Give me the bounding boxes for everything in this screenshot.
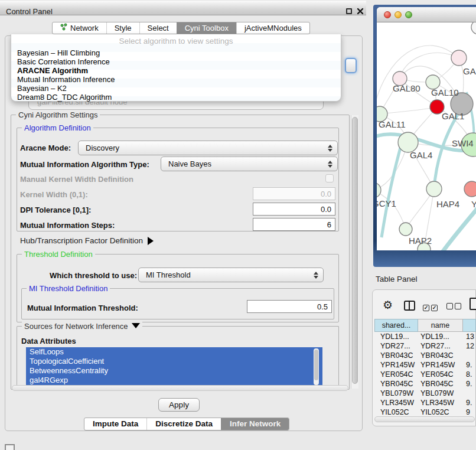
minimize-window-icon[interactable] <box>395 11 402 18</box>
algorithm-option[interactable]: Dream8 DC_TDC Algorithm <box>17 93 336 102</box>
node-gcy1 <box>377 182 381 198</box>
algorithm-option[interactable]: Mutual Information Inference <box>17 75 336 84</box>
tab-jactivemnodules-label: jActiveMNodules <box>244 22 302 34</box>
attribute-item-selected[interactable]: TopologicalCoefficient <box>26 357 322 366</box>
algorithm-combo-stepper[interactable] <box>345 58 357 73</box>
tab-select[interactable]: Select <box>139 22 177 34</box>
checked-box-icon: ✓ <box>423 305 429 311</box>
table-row[interactable]: YIL052CYIL052C9 <box>374 407 476 415</box>
table-horizontal-scrollbar[interactable] <box>374 416 475 422</box>
algorithm-definition-title: Algorithm Definition <box>22 123 93 132</box>
algorithm-option-selected[interactable]: ARACNE Algorithm <box>17 66 336 75</box>
cell: 13 <box>463 332 476 341</box>
zoom-window-icon[interactable] <box>405 11 412 18</box>
attribute-item-selected[interactable]: BetweennessCentrality <box>26 366 322 376</box>
tab-network[interactable]: Network <box>53 22 106 34</box>
which-threshold-label: Which threshold to use: <box>50 271 137 280</box>
which-threshold-value: MI Threshold <box>146 270 191 279</box>
table-row[interactable]: YER054CYER054C8. <box>374 370 476 379</box>
node-gal <box>451 50 467 66</box>
cell <box>463 389 476 398</box>
cell: YER054C <box>374 370 418 379</box>
table-row[interactable]: YBR045CYBR045C9. <box>374 379 476 389</box>
cell: 9 <box>463 407 476 415</box>
column-header-shared-name[interactable]: shared... <box>374 319 418 332</box>
tab-network-label: Network <box>70 22 99 34</box>
tab-style[interactable]: Style <box>106 22 139 34</box>
tab-jactivemnodules[interactable]: jActiveMNodules <box>236 22 309 34</box>
cell: YBL079W <box>374 389 418 398</box>
attribute-list-scrollbar[interactable] <box>314 348 319 385</box>
settings-vertical-scrollbar[interactable] <box>351 115 358 389</box>
table-settings-gear-icon[interactable]: ⚙ <box>383 298 393 312</box>
table-row[interactable]: YDR27...YDR27...12 <box>374 341 476 351</box>
attribute-item-selected[interactable]: gal4RGexp <box>26 376 322 385</box>
scrollbar-thumb[interactable] <box>314 350 318 380</box>
cell: YIL052C <box>418 407 463 415</box>
network-nodes[interactable] <box>377 22 476 250</box>
tab-impute-data[interactable]: Impute Data <box>84 418 146 430</box>
aracne-mode-combo[interactable]: Discovery <box>78 141 338 155</box>
mi-steps-field[interactable] <box>253 218 335 231</box>
settings-horizontal-scrollbar[interactable] <box>12 385 348 391</box>
mi-threshold-field[interactable] <box>247 300 332 313</box>
minimized-panel-icon[interactable] <box>5 444 15 450</box>
scrollbar-thumb[interactable] <box>352 117 358 384</box>
hub-definition-expander[interactable]: Hub/Transcription Factor Definition <box>20 236 154 245</box>
table-header-row: shared... name <box>374 319 476 332</box>
tab-cyni-toolbox-label: Cyni Toolbox <box>185 22 229 34</box>
float-panel-icon[interactable] <box>346 8 352 14</box>
export-table-icon[interactable] <box>470 298 476 310</box>
select-all-columns-icon[interactable]: ✓✓ <box>423 302 439 311</box>
dpi-tolerance-field[interactable] <box>253 203 335 216</box>
mi-type-label: Mutual Information Algorithm Type: <box>20 160 149 169</box>
unchecked-box-icon <box>455 303 461 309</box>
node-label: HAP4 <box>436 199 459 209</box>
node-salmon <box>464 181 476 197</box>
cell: YBR045C <box>374 379 418 389</box>
cell: YER054C <box>418 370 463 379</box>
column-header-clipped[interactable] <box>463 319 476 332</box>
data-attributes-list[interactable]: SelfLoops TopologicalCoefficient Between… <box>26 347 322 386</box>
table-row[interactable]: YDL19...YDL19...13 <box>374 332 476 341</box>
collapse-down-icon[interactable] <box>132 323 140 328</box>
manual-kernel-checkbox[interactable] <box>325 174 334 182</box>
deselect-all-columns-icon[interactable] <box>446 302 463 311</box>
algorithm-option[interactable]: Bayesian – Hill Climbing <box>17 48 336 57</box>
algorithm-option[interactable]: Basic Correlation Inference <box>17 57 336 66</box>
unchecked-box-icon <box>446 303 453 309</box>
cell: YBR043C <box>374 351 418 360</box>
node-label: Y <box>471 199 476 209</box>
table-row[interactable]: YBR043CYBR043C <box>374 351 476 360</box>
table-panel-title: Table Panel <box>376 275 418 283</box>
close-panel-icon[interactable] <box>357 8 364 15</box>
apply-button[interactable]: Apply <box>158 398 200 412</box>
tab-discretize-data[interactable]: Discretize Data <box>146 418 221 430</box>
tab-select-label: Select <box>148 22 169 34</box>
network-window-titlebar[interactable] <box>377 7 476 22</box>
cell: YLR345W <box>418 398 463 407</box>
checked-box-icon: ✓ <box>431 305 438 311</box>
sources-title-text: Sources for Network Inference <box>24 322 128 331</box>
column-header-name[interactable]: name <box>418 319 463 332</box>
kernel-width-label: Kernel Width (0,1): <box>20 190 88 199</box>
which-threshold-combo[interactable]: MI Threshold <box>138 268 324 282</box>
tab-cyni-toolbox[interactable]: Cyni Toolbox <box>177 22 236 34</box>
table-row[interactable]: YPR145WYPR145W9. <box>374 360 476 370</box>
node-label: GAL11 <box>379 119 406 129</box>
close-window-icon[interactable] <box>384 11 391 18</box>
control-panel-title: Control Panel <box>6 7 53 16</box>
table-row[interactable]: YBL079WYBL079W <box>374 389 476 398</box>
table-row[interactable]: YLR345WYLR345W9. <box>374 398 476 407</box>
mi-type-combo[interactable]: Naive Bayes <box>161 156 338 171</box>
table-body[interactable]: YDL19...YDL19...13 YDR27...YDR27...12 YB… <box>374 332 476 415</box>
column-layout-icon[interactable] <box>404 301 415 311</box>
cell: YBL079W <box>418 389 463 398</box>
network-window: GAL GAL80 GAL10 GAL1 GAL11 SWI4 GAL4 GCY… <box>377 7 476 250</box>
algorithm-option[interactable]: Bayesian – K2 <box>17 84 336 93</box>
combo-stepper-icon <box>314 272 318 279</box>
network-canvas[interactable]: GAL GAL80 GAL10 GAL1 GAL11 SWI4 GAL4 GCY… <box>377 22 476 250</box>
attribute-item-selected[interactable]: SelfLoops <box>26 347 322 357</box>
kernel-width-field[interactable] <box>253 187 335 200</box>
tab-infer-network[interactable]: Infer Network <box>221 418 289 430</box>
